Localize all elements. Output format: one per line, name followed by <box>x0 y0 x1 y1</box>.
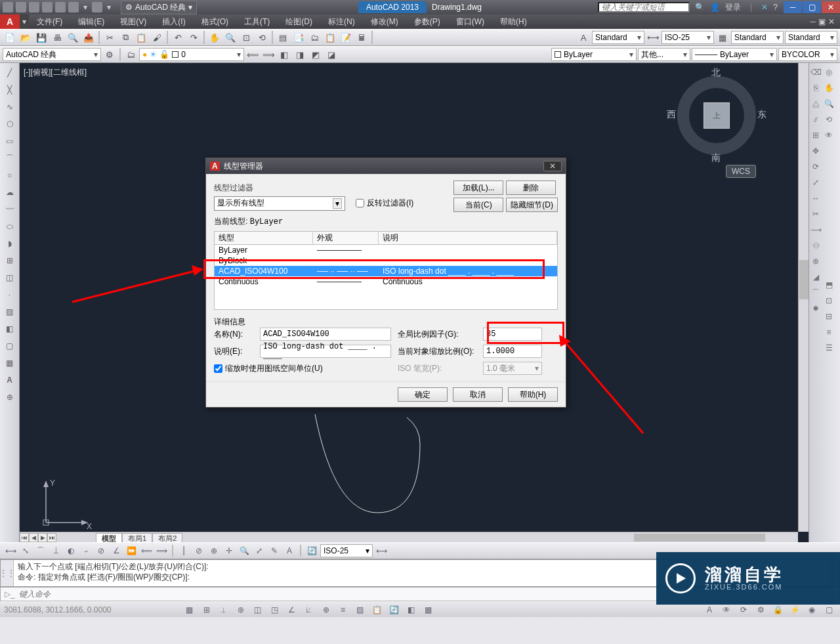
linetype-drop[interactable]: ──── ByLayer▾ <box>692 48 777 61</box>
model-icon[interactable]: ◧ <box>404 603 419 616</box>
hatch-icon[interactable]: ▨ <box>3 305 17 319</box>
layer-iso-icon[interactable]: ◩ <box>308 47 323 62</box>
dim-space-icon[interactable]: ⎮ <box>177 544 190 557</box>
calc-icon[interactable]: 🖩 <box>354 30 369 45</box>
selsim-icon[interactable]: ≡ <box>822 326 835 339</box>
coords-display[interactable]: 3081.6088, 3012.1666, 0.0000 <box>4 605 112 614</box>
qselect-icon[interactable]: ☰ <box>822 341 835 354</box>
dimstyle-icon[interactable]: ⟷ <box>646 30 660 45</box>
col-linetype[interactable]: 线型 <box>215 232 313 244</box>
menu-insert[interactable]: 插入(I) <box>154 14 193 29</box>
save-icon[interactable]: 💾 <box>34 30 49 45</box>
rotate-icon[interactable]: ⟳ <box>809 160 822 173</box>
qat-saveas-icon[interactable] <box>42 2 52 12</box>
menu-view[interactable]: 视图(V) <box>112 14 154 29</box>
tab-first-icon[interactable]: ⏮ <box>20 533 29 542</box>
scale-icon[interactable]: ⤢ <box>809 176 822 189</box>
osnap-icon[interactable]: ◫ <box>251 603 265 616</box>
circle-icon[interactable]: ○ <box>3 168 17 182</box>
dim-aligned-icon[interactable]: ⤡ <box>19 544 32 557</box>
ann-auto-icon[interactable]: ⟳ <box>736 603 751 616</box>
ortho-icon[interactable]: ⟂ <box>217 603 231 616</box>
tolerance-icon[interactable]: ⊕ <box>207 544 220 557</box>
help-search-input[interactable] <box>598 2 690 12</box>
ws-switch-icon[interactable]: ⚙ <box>753 603 768 616</box>
pan-icon[interactable]: ✋ <box>207 30 222 45</box>
nav-wheel-icon[interactable]: ◎ <box>822 66 835 79</box>
tab-next-icon[interactable]: ▶ <box>38 533 47 542</box>
paper-units-checkbox[interactable]: 缩放时使用图纸空间单位(U) <box>214 363 391 374</box>
viewcube-w[interactable]: 西 <box>667 109 676 121</box>
spline-icon[interactable]: 〰 <box>3 202 17 217</box>
delete-button[interactable]: 删除 <box>506 181 556 195</box>
dc-icon[interactable]: 📑 <box>291 30 306 45</box>
dialog-titlebar[interactable]: A 线型管理器 ✕ <box>206 158 566 174</box>
join-icon[interactable]: ⊕ <box>809 255 822 268</box>
otrack-icon[interactable]: ∠ <box>285 603 299 616</box>
new-icon[interactable]: 📄 <box>3 30 17 45</box>
revcloud-icon[interactable]: ☁ <box>3 185 17 200</box>
polar-icon[interactable]: ⊛ <box>234 603 248 616</box>
search-icon[interactable]: 🔍 <box>695 3 705 12</box>
qat-dropdown-icon[interactable]: ▾ <box>81 3 89 11</box>
pline-icon[interactable]: ∿ <box>3 100 17 114</box>
app-icon[interactable]: A <box>0 14 20 29</box>
desc-field[interactable]: ISO long-dash dot ____ . ____ <box>260 345 391 358</box>
tab-model[interactable]: 模型 <box>96 533 122 542</box>
copy-obj-icon[interactable]: ⎘ <box>809 81 822 95</box>
dialog-close-icon[interactable]: ✕ <box>543 161 562 171</box>
extend-icon[interactable]: ⟶ <box>809 223 822 236</box>
workspace-selector[interactable]: ⚙ AutoCAD 经典 ▾ <box>121 1 197 14</box>
tab-prev-icon[interactable]: ◀ <box>29 533 38 542</box>
dimstyle-drop[interactable]: ISO-25▾ <box>662 31 714 44</box>
plotstyle-drop[interactable]: BYCOLOR▾ <box>778 48 837 61</box>
ellipse-icon[interactable]: ⬭ <box>3 219 17 234</box>
open-icon[interactable]: 📂 <box>18 30 33 45</box>
markup-icon[interactable]: 📝 <box>339 30 353 45</box>
properties-icon[interactable]: ▤ <box>276 30 290 45</box>
menu-param[interactable]: 参数(P) <box>406 14 448 29</box>
dim-ang-icon[interactable]: ∠ <box>110 544 123 557</box>
current-button[interactable]: 当前(C) <box>453 198 503 212</box>
textstyle-drop[interactable]: Standard▾ <box>592 31 644 44</box>
dim-base-icon[interactable]: ⟸ <box>140 544 153 557</box>
line-icon[interactable]: ╱ <box>3 66 17 80</box>
trim-icon[interactable]: ✂ <box>809 207 822 221</box>
layer-drop[interactable]: ● ☀ 🔓 0▾ <box>139 48 244 61</box>
load-button[interactable]: 加载(L)... <box>453 181 503 195</box>
help-icon[interactable]: ? <box>773 3 778 12</box>
mtext-icon[interactable]: A <box>3 373 17 387</box>
insert-icon[interactable]: ⊞ <box>3 253 17 268</box>
offset-icon[interactable]: ⫽ <box>809 113 822 126</box>
table-icon[interactable]: ▦ <box>3 356 17 370</box>
match-icon[interactable]: 🖌 <box>150 30 164 45</box>
hide-details-button[interactable]: 隐藏细节(D) <box>506 198 558 212</box>
xline-icon[interactable]: ╳ <box>3 83 17 97</box>
erase-icon[interactable]: ⌫ <box>809 66 822 79</box>
menu-dim[interactable]: 标注(N) <box>320 14 363 29</box>
other-drop[interactable]: 其他...▾ <box>638 48 690 61</box>
dim-ord-icon[interactable]: ⟘ <box>49 544 62 557</box>
doc-minimize-button[interactable]: ─ <box>810 17 816 26</box>
doc-restore-button[interactable]: ▣ <box>818 17 826 26</box>
undo-icon[interactable]: ↶ <box>171 30 185 45</box>
publish-icon[interactable]: 📤 <box>81 30 96 45</box>
linetype-list[interactable]: ByLayer──────── ByBlock ACAD_ISO04W100──… <box>214 244 558 310</box>
trans-icon[interactable]: ▨ <box>353 603 368 616</box>
tab-layout2[interactable]: 布局2 <box>152 533 182 542</box>
layer-prop-icon[interactable]: 🗂 <box>123 47 138 62</box>
qat-redo-icon[interactable] <box>92 2 102 12</box>
rect-icon[interactable]: ▭ <box>3 134 17 148</box>
menu-help[interactable]: 帮助(H) <box>492 14 535 29</box>
dim-rad-icon[interactable]: ◐ <box>64 544 77 557</box>
scrollbar-h-thumb[interactable] <box>634 534 765 542</box>
cmd-grip-icon[interactable]: ⋮⋮ <box>1 560 14 586</box>
tablestyle-drop[interactable]: Standard▾ <box>731 31 784 44</box>
dim-cont-icon[interactable]: ⟹ <box>155 544 168 557</box>
viewcube-n[interactable]: 北 <box>711 67 721 79</box>
exchange-icon[interactable]: ✕ <box>761 3 768 12</box>
doc-close-button[interactable]: ✕ <box>828 17 835 26</box>
sc-icon[interactable]: 🔄 <box>387 603 402 616</box>
region-icon[interactable]: ▢ <box>3 339 17 353</box>
isolate-icon[interactable]: ◉ <box>805 603 819 616</box>
